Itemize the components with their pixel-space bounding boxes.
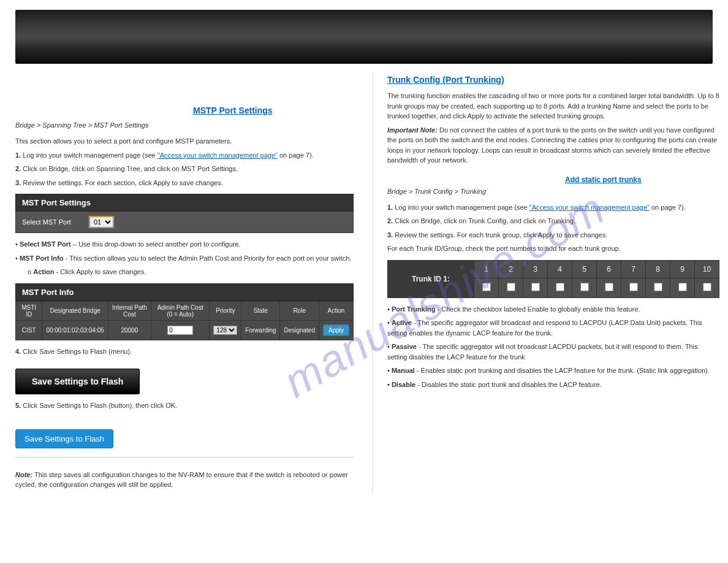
step5-left: 5. Click Save Settings to Flash (button)… [15, 400, 354, 411]
mst-info-header: MST Port Info [15, 283, 354, 301]
step1-num: 1. [15, 151, 21, 159]
b2-title: Active [392, 319, 412, 326]
port-2-checkbox[interactable] [507, 283, 515, 291]
step1-text-r: Log into your switch management page (se… [395, 204, 529, 211]
port-9-label: 9 [670, 260, 695, 278]
nav-path-right: Bridge > Trunk Config > Trunking [387, 188, 719, 195]
port-8-checkbox[interactable] [654, 283, 662, 291]
left-column: MSTP Port Settings Bridge > Spanning Tre… [15, 71, 354, 494]
b5-text: - Disables the static port trunk and dis… [417, 381, 602, 388]
port-1-checkbox[interactable] [482, 283, 491, 291]
bullet2-text: - This section allows you to select the … [65, 255, 351, 262]
port-7-checkbox[interactable] [629, 283, 638, 291]
save-settings-flash-blue-button[interactable]: Save Settings to Flash [15, 429, 113, 448]
b4-title: Manual [392, 367, 415, 374]
step1-end: on page 7). [279, 151, 314, 159]
note-left: Note: This step saves all configuration … [15, 470, 354, 490]
step3-text: Review the settings. For each section, c… [23, 179, 223, 186]
port-5-checkbox[interactable] [580, 283, 589, 291]
mst-settings-header: MST Port Settings [15, 194, 354, 212]
cell-state: Forwarding [241, 320, 280, 340]
step1-link[interactable]: "Access your switch management page" [157, 151, 278, 159]
th-action: Action [319, 301, 353, 320]
step3-left: 3. Review the settings. For each section… [15, 178, 354, 188]
b1-title: Port Trunking [392, 305, 436, 313]
trunk-config-title: Trunk Config (Port Trunking) [387, 75, 719, 85]
admin-path-cost-input[interactable] [167, 326, 193, 335]
step3-text-r: Review the settings. For each trunk grou… [395, 231, 607, 239]
port-1-label: 1 [474, 260, 499, 278]
save-settings-flash-dark-button[interactable]: Save Settings to Flash [15, 369, 140, 394]
mst-port-settings-panel: MST Port Settings Select MST Port 01 [15, 194, 354, 233]
mst-port-info-table: MSTI ID Designated Bridge Internal Path … [15, 301, 354, 340]
bullet3-title: Action [33, 268, 54, 275]
apply-button[interactable]: Apply [323, 324, 349, 336]
bullet-mst-port-info: • MST Port Info - This section allows yo… [15, 253, 354, 264]
step5-text: Click Save Settings to Flash (button), t… [23, 402, 177, 409]
port-4-checkbox[interactable] [556, 283, 564, 291]
th-admin-path-cost: Admin Path Cost (0 = Auto) [151, 301, 209, 320]
b3-text: - The specific aggregator will not broad… [387, 343, 698, 361]
bullet-manual: • Manual - Enables static port trunking … [387, 366, 719, 376]
bullet-select-mst-port: • Select MST Port – Use this drop-down t… [15, 239, 354, 250]
cell-int-path: 20000 [108, 320, 151, 340]
table-row: CIST 00:00:01:02:03:04:05 20000 128 Forw… [16, 320, 354, 340]
step2-left: 2. Click on Bridge, click on Spanning Tr… [15, 164, 354, 174]
header-banner [15, 10, 713, 64]
th-role: Role [280, 301, 319, 320]
step4-num: 4. [15, 348, 21, 355]
trunk-id-1-header: Trunk ID 1: [388, 260, 474, 297]
step2-num-r: 2. [387, 217, 393, 224]
b5-title: Disable [392, 381, 415, 388]
th-msti-id: MSTI ID [16, 301, 42, 320]
step1-link-r[interactable]: "Access your switch management page" [529, 204, 650, 211]
step3-num-r: 3. [387, 231, 393, 239]
right-column: Trunk Config (Port Trunking) The trunkin… [372, 71, 719, 494]
step1-num-r: 1. [387, 204, 393, 211]
priority-select[interactable]: 128 [213, 326, 237, 335]
select-mst-port-label: Select MST Port [22, 218, 71, 226]
step2-text: Click on Bridge, click on Spanning Tree,… [23, 165, 238, 172]
th-priority: Priority [210, 301, 241, 320]
bullet2-title: MST Port Info [20, 255, 64, 262]
bullet-disable: • Disable - Disables the static port tru… [387, 380, 719, 390]
mst-port-settings-title: MSTP Port Settings [193, 105, 354, 115]
step2-num: 2. [15, 165, 21, 172]
port-4-label: 4 [548, 260, 572, 278]
step1-end-r: on page 7). [651, 204, 686, 211]
bullet-active: • Active - The specific aggregator will … [387, 318, 719, 338]
port-10-checkbox[interactable] [703, 283, 711, 291]
b2-text: - The specific aggregator will broadcast… [387, 319, 702, 337]
bullet-passive: • Passive - The specific aggregator will… [387, 342, 719, 362]
step2-right: 2. Click on Bridge, click on Trunk Confi… [387, 216, 719, 226]
th-designated-bridge: Designated Bridge [42, 301, 108, 320]
step2-text-r: Click on Bridge, click on Trunk Config, … [395, 217, 575, 224]
b1-text: - Check the checkbox labeled Enable to g… [437, 305, 640, 313]
port-10-label: 10 [695, 260, 719, 278]
step4-left: 4. Click Save Settings to Flash (menu). [15, 347, 354, 357]
step4-text: Click Save Settings to Flash (menu). [23, 348, 132, 355]
port-8-label: 8 [646, 260, 670, 278]
step1-left: 1. Log into your switch management page … [15, 150, 354, 161]
important-note-label: Important Note: [387, 126, 438, 134]
b3-title: Passive [392, 343, 417, 350]
port-5-label: 5 [572, 260, 597, 278]
trunk-id-table: Trunk ID 1: 1 2 3 4 5 6 7 8 9 10 [387, 260, 719, 298]
mst-port-info-panel: MST Port Info MSTI ID Designated Bridge … [15, 283, 354, 340]
step5-num: 5. [15, 402, 21, 409]
port-7-label: 7 [621, 260, 646, 278]
port-9-checkbox[interactable] [678, 283, 687, 291]
port-3-label: 3 [523, 260, 548, 278]
nav-path-left: Bridge > Spanning Tree > MST Port Settin… [15, 121, 354, 129]
note-text: This step saves all configuration change… [15, 471, 348, 489]
port-3-checkbox[interactable] [531, 283, 540, 291]
th-internal-path-cost: Internal Path Cost [108, 301, 151, 320]
bullet-action: o Action - Click Apply to save changes. [28, 267, 354, 277]
port-6-label: 6 [597, 260, 621, 278]
select-mst-port-dropdown[interactable]: 01 [89, 216, 113, 228]
step1-text: Log into your switch management page (se… [23, 151, 157, 159]
port-6-checkbox[interactable] [605, 283, 613, 291]
bullet1-title: Select MST Port [20, 240, 71, 248]
bullet-port-trunking: • Port Trunking - Check the checkbox lab… [387, 304, 719, 315]
step3-right: 3. Review the settings. For each trunk g… [387, 230, 719, 240]
